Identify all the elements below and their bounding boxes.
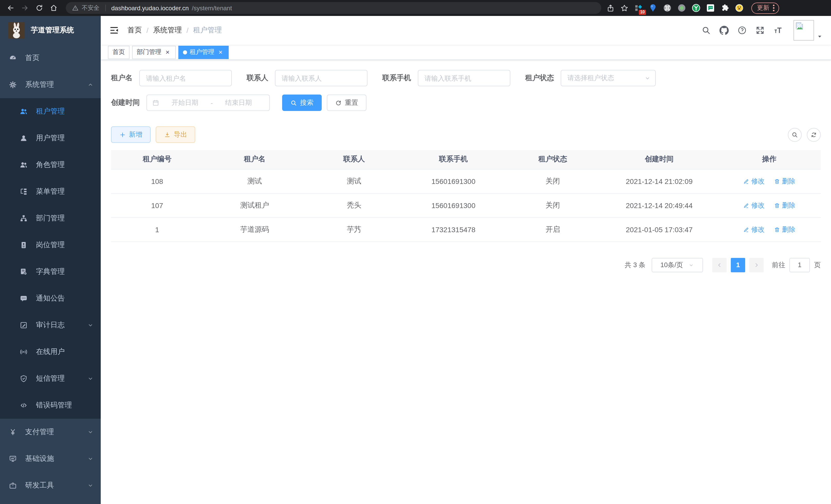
reset-button-label: 重置 — [345, 98, 358, 108]
sidebar-item-role[interactable]: 角色管理 — [0, 152, 101, 178]
sidebar-item-errcode[interactable]: 错误码管理 — [0, 392, 101, 419]
sidebar-item-audit-log[interactable]: 审计日志 — [0, 312, 101, 338]
divider — [105, 5, 106, 11]
share-icon[interactable] — [606, 4, 614, 12]
sidebar-item-notice[interactable]: 通知公告 — [0, 285, 101, 312]
browser-update-button[interactable]: 更新 — [751, 2, 779, 13]
tag-home[interactable]: 首页 — [108, 46, 130, 59]
cell-tenant-id: 108 — [111, 169, 203, 193]
dict-book-icon — [20, 268, 28, 276]
cell-contact: 秃头 — [306, 193, 402, 217]
sidebar-item-system[interactable]: 系统管理 — [0, 71, 101, 98]
search-button[interactable]: 搜索 — [282, 94, 322, 111]
sidebar-logo[interactable]: 芋道管理系统 — [0, 16, 101, 45]
sidebar-item-dict[interactable]: 字典管理 — [0, 259, 101, 285]
extension-balloon-icon[interactable] — [649, 4, 657, 12]
sidebar-item-dept[interactable]: 部门管理 — [0, 205, 101, 232]
extension-grid-icon[interactable]: 10 — [634, 4, 643, 12]
sidebar: 芋道管理系统 首页 系统管理 租户管理 用户管理 — [0, 16, 101, 504]
extensions-puzzle-icon[interactable] — [720, 4, 729, 12]
github-icon[interactable] — [719, 26, 729, 35]
tag-tenant-active[interactable]: 租户管理 × — [178, 46, 229, 59]
pagination-goto: 前往 页 — [772, 258, 821, 272]
extension-command-icon[interactable] — [663, 4, 672, 12]
tag-label: 租户管理 — [190, 48, 214, 57]
delete-link[interactable]: 删除 — [774, 225, 796, 234]
delete-link[interactable]: 删除 — [774, 201, 796, 210]
help-icon[interactable] — [738, 26, 747, 35]
cell-status: 开启 — [505, 217, 601, 241]
breadcrumb-home[interactable]: 首页 — [127, 26, 142, 35]
chevron-down-icon — [688, 262, 694, 268]
extension-dot-icon[interactable] — [677, 4, 686, 12]
sidebar-item-pay[interactable]: 支付管理 — [0, 419, 101, 445]
page-size-select[interactable]: 10条/页 — [652, 258, 703, 272]
refresh-table-button[interactable] — [807, 128, 821, 142]
breadcrumb-current: 租户管理 — [193, 26, 222, 35]
col-tenant-id: 租户编号 — [111, 150, 203, 169]
sidebar-item-user[interactable]: 用户管理 — [0, 125, 101, 152]
toggle-search-button[interactable] — [788, 128, 802, 142]
pagination: 共 3 条 10条/页 1 前往 页 — [111, 258, 821, 272]
bookmark-star-icon[interactable] — [620, 4, 629, 12]
sidebar-item-devtools[interactable]: 研发工具 — [0, 472, 101, 499]
profile-avatar-icon[interactable] — [735, 4, 744, 12]
edit-link[interactable]: 修改 — [743, 201, 765, 210]
avatar — [794, 20, 814, 40]
col-mobile: 联系手机 — [402, 150, 505, 169]
browser-menu-icon[interactable] — [773, 5, 774, 11]
sidebar-item-online-users[interactable]: 在线用户 — [0, 338, 101, 365]
table-row: 108 测试 测试 15601691300 关闭 2021-12-14 21:0… — [111, 169, 821, 193]
col-tenant-name: 租户名 — [203, 150, 306, 169]
tag-close-icon[interactable]: × — [164, 49, 171, 56]
user-avatar-menu[interactable] — [794, 20, 823, 40]
extension-y-icon[interactable] — [692, 4, 700, 12]
sidebar-item-tenant[interactable]: 租户管理 — [0, 98, 101, 125]
sidebar-item-infra[interactable]: 基础设施 — [0, 445, 101, 472]
delete-link[interactable]: 删除 — [774, 176, 796, 186]
edit-link[interactable]: 修改 — [743, 225, 765, 234]
toolbox-icon — [9, 481, 17, 490]
browser-reload-button[interactable] — [32, 1, 46, 15]
tag-close-icon[interactable]: × — [217, 49, 224, 56]
sidebar-item-post[interactable]: 岗位管理 — [0, 232, 101, 259]
search-icon[interactable] — [701, 26, 711, 35]
date-range-picker[interactable]: 开始日期 - 结束日期 — [146, 94, 270, 111]
org-chart-icon — [20, 214, 28, 223]
export-button[interactable]: 导出 — [156, 126, 195, 143]
status-select[interactable]: 请选择租户状态 — [561, 70, 656, 86]
cell-created: 2021-12-14 21:02:09 — [601, 169, 718, 193]
table-toolbar: 新增 导出 — [111, 126, 821, 143]
next-page-button[interactable] — [749, 258, 764, 272]
tag-dept[interactable]: 部门管理 × — [132, 46, 176, 59]
browser-forward-button[interactable] — [18, 1, 32, 15]
sidebar-item-sms[interactable]: 短信管理 — [0, 365, 101, 392]
contact-input[interactable] — [275, 70, 368, 86]
tag-label: 首页 — [113, 48, 125, 57]
reset-button[interactable]: 重置 — [327, 94, 366, 111]
page-size-label: 10条/页 — [660, 260, 683, 269]
cell-actions: 修改 删除 — [718, 193, 821, 217]
browser-home-button[interactable] — [46, 1, 61, 15]
back-icon — [6, 4, 14, 12]
browser-back-button[interactable] — [3, 1, 18, 15]
sidebar-item-menu[interactable]: 菜单管理 — [0, 178, 101, 205]
chevron-left-icon — [716, 262, 722, 268]
mobile-input[interactable] — [418, 70, 510, 86]
fullscreen-icon[interactable] — [755, 26, 765, 35]
extension-chat-icon[interactable] — [706, 4, 715, 12]
page-number-1[interactable]: 1 — [731, 258, 745, 272]
address-bar[interactable]: 不安全 dashboard.yudao.iocoder.cn/system/te… — [66, 2, 601, 14]
add-button[interactable]: 新增 — [111, 126, 150, 143]
search-icon — [290, 99, 297, 106]
font-size-icon[interactable] — [773, 26, 783, 35]
sidebar-submenu-system: 租户管理 用户管理 角色管理 菜单管理 部门管理 — [0, 98, 101, 419]
sidebar-item-label: 用户管理 — [36, 134, 93, 143]
edit-link[interactable]: 修改 — [743, 176, 765, 186]
filter-row-1: 租户名 联系人 联系手机 租户状态 请选择租户状态 — [111, 70, 821, 86]
prev-page-button[interactable] — [712, 258, 727, 272]
sidebar-item-home[interactable]: 首页 — [0, 45, 101, 71]
sidebar-toggle-icon[interactable] — [109, 25, 119, 35]
tenant-name-input[interactable] — [139, 70, 232, 86]
goto-page-input[interactable] — [790, 258, 810, 272]
